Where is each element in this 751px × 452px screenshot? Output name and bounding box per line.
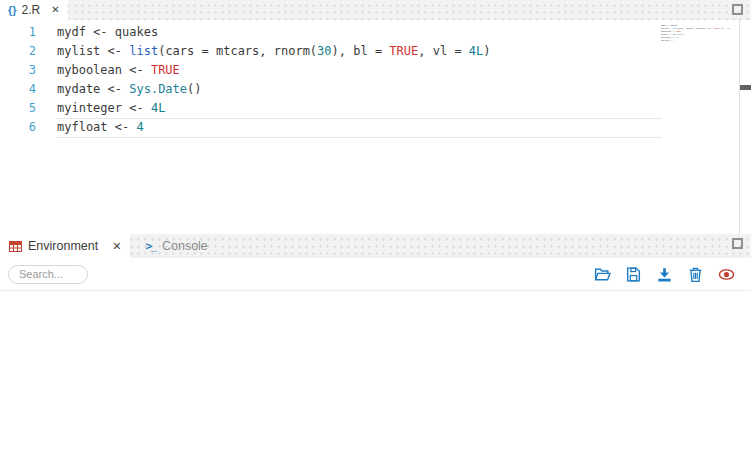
ide-window: {} 2.R ✕ 123456 mydf <- quakesmylist <- …	[0, 0, 751, 452]
close-icon[interactable]: ✕	[112, 241, 121, 252]
code-token: myboolean <-	[57, 63, 151, 77]
environment-toolbar	[0, 258, 751, 291]
maximize-panel-icon[interactable]	[732, 4, 743, 15]
minimap[interactable]: mydf <- quakesmylist <- list(cars = mtca…	[661, 24, 739, 64]
code-token: 4L	[151, 101, 165, 115]
editor-tabbar: {} 2.R ✕	[0, 0, 751, 20]
minimap-line: myfloat <- 4	[661, 39, 738, 42]
editor-tab-2r[interactable]: {} 2.R ✕	[0, 0, 68, 20]
import-data-icon[interactable]	[656, 266, 673, 283]
tabbar-empty-space	[68, 0, 732, 20]
editor-tab-label: 2.R	[22, 3, 41, 17]
close-icon[interactable]: ✕	[51, 5, 59, 15]
code-token: 4L	[469, 44, 483, 58]
tab-environment[interactable]: Environment ✕	[0, 234, 130, 258]
minimap-content: mydf <- quakesmylist <- list(cars = mtca…	[661, 24, 738, 42]
code-line[interactable]: mydf <- quakes	[57, 23, 661, 42]
environment-list-empty	[0, 291, 751, 452]
code-token: myfloat <-	[57, 120, 136, 134]
code-token: myfloat <-	[661, 40, 674, 42]
maximize-panel-icon[interactable]	[732, 238, 743, 249]
code-token: mylist <-	[57, 44, 129, 58]
panel-tabbar-empty-space	[217, 234, 732, 258]
code-line[interactable]: myinteger <- 4L	[57, 99, 661, 118]
code-lines[interactable]: mydf <- quakesmylist <- list(cars = mtca…	[57, 23, 661, 137]
terminal-prompt-icon: >_	[145, 240, 156, 252]
code-token: , vl =	[418, 44, 469, 58]
code-token: list	[129, 44, 158, 58]
code-token: ), bl =	[705, 27, 714, 29]
code-token: 4	[674, 40, 675, 42]
open-folder-icon[interactable]	[594, 266, 611, 283]
code-token: ()	[187, 82, 201, 96]
code-token: ()	[682, 33, 684, 35]
code-token: 4L	[676, 36, 678, 38]
line-number: 4	[0, 80, 36, 99]
code-token: mydate <-	[57, 82, 129, 96]
code-token: )	[483, 44, 490, 58]
code-line[interactable]: myboolean <- TRUE	[57, 61, 661, 80]
code-line[interactable]: mylist <- list(cars = mtcars, rnorm(30),…	[57, 42, 661, 61]
gutter: 123456	[0, 23, 36, 137]
editor-right-border	[739, 20, 740, 234]
scrollbar-cursor-marker[interactable]	[740, 85, 751, 90]
tab-console[interactable]: >_ Console	[136, 234, 216, 258]
code-line[interactable]: mydate <- Sys.Date()	[57, 80, 661, 99]
code-token: Sys.Date	[129, 82, 187, 96]
code-token: 4	[136, 120, 143, 134]
code-token: (cars = mtcars, rnorm(	[677, 27, 702, 29]
code-editor[interactable]: 123456 mydf <- quakesmylist <- list(cars…	[0, 20, 751, 234]
r-file-icon: {}	[8, 4, 17, 16]
line-number: 1	[0, 23, 36, 42]
code-line[interactable]: myfloat <- 4	[57, 118, 661, 137]
code-token: myinteger <-	[57, 101, 151, 115]
toolbar-icons	[594, 266, 735, 283]
line-number: 6	[0, 118, 36, 137]
code-token: TRUE	[151, 63, 180, 77]
show-hidden-objects-eye-icon[interactable]	[718, 266, 735, 283]
code-token: mydf <- quakes	[57, 25, 158, 39]
tab-environment-label: Environment	[28, 239, 98, 253]
trash-icon[interactable]	[687, 266, 704, 283]
line-number: 3	[0, 61, 36, 80]
code-token: )	[729, 27, 730, 29]
code-token: TRUE	[389, 44, 418, 58]
code-token: ), bl =	[332, 44, 390, 58]
save-icon[interactable]	[625, 266, 642, 283]
code-token: (cars = mtcars, rnorm(	[158, 44, 317, 58]
code-token: , vl =	[719, 27, 727, 29]
line-number: 5	[0, 99, 36, 118]
panel-tabbar: Environment ✕ >_ Console	[0, 234, 751, 258]
search-input[interactable]	[8, 265, 88, 284]
tab-console-label: Console	[162, 239, 208, 253]
code-token: 30	[317, 44, 331, 58]
table-grid-icon	[9, 241, 22, 252]
line-number: 2	[0, 42, 36, 61]
